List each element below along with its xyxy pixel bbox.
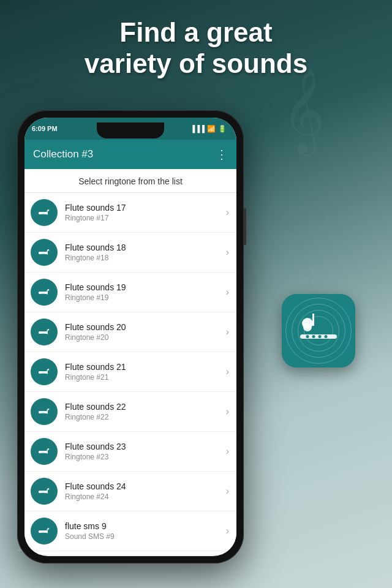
svg-rect-53 bbox=[47, 489, 48, 493]
ringtone-arrow-icon: › bbox=[226, 207, 229, 218]
app-bar: Collection #3 ⋮ bbox=[24, 140, 236, 169]
svg-point-51 bbox=[39, 491, 42, 493]
ringtone-name: Flute sounds 19 bbox=[65, 282, 226, 292]
ringtone-arrow-icon: › bbox=[226, 486, 229, 497]
svg-text:♥: ♥ bbox=[331, 390, 337, 400]
ringtone-list-item[interactable]: Flute sounds 21 Ringtone #21 › bbox=[24, 352, 236, 392]
svg-rect-33 bbox=[47, 330, 48, 334]
svg-point-34 bbox=[48, 329, 50, 331]
vinyl-circle-4 bbox=[304, 316, 333, 345]
ringtone-list-item[interactable]: Flute sounds 23 Ringtone #23 › bbox=[24, 432, 236, 472]
svg-point-31 bbox=[39, 331, 42, 334]
phone-notch bbox=[97, 123, 164, 138]
battery-icon: 🔋 bbox=[218, 125, 227, 133]
ringtone-list-item[interactable]: Flute sounds 24 Ringtone #24 › bbox=[24, 472, 236, 511]
svg-rect-38 bbox=[47, 369, 48, 374]
ringtone-text-block: Flute sounds 22 Ringtone #22 bbox=[65, 402, 226, 421]
ringtone-icon bbox=[31, 279, 58, 306]
ringtone-icon bbox=[31, 518, 58, 545]
ringtone-list-item[interactable]: Flute sounds 19 Ringtone #19 › bbox=[24, 273, 236, 312]
ringtone-list-item[interactable]: Flute sounds 22 Ringtone #22 › bbox=[24, 392, 236, 432]
ringtone-subtitle: Ringtone #23 bbox=[65, 453, 226, 461]
header-title: Find a great variety of sounds bbox=[24, 17, 368, 79]
app-icon bbox=[282, 294, 355, 368]
ringtone-icon bbox=[31, 398, 58, 425]
svg-point-41 bbox=[39, 411, 42, 413]
ringtone-name: Flute sounds 18 bbox=[65, 243, 226, 252]
ringtone-subtitle: Ringtone #18 bbox=[65, 254, 226, 262]
ringtone-subtitle: Ringtone #17 bbox=[65, 214, 226, 222]
ringtone-list-item[interactable]: flute sms 9 Sound SMS #9 › bbox=[24, 511, 236, 551]
ringtone-icon bbox=[31, 358, 58, 385]
svg-point-27 bbox=[45, 292, 47, 294]
ringtone-arrow-icon: › bbox=[226, 287, 229, 298]
svg-rect-58 bbox=[47, 529, 48, 533]
svg-point-49 bbox=[48, 448, 50, 450]
svg-point-21 bbox=[39, 252, 42, 254]
ringtone-arrow-icon: › bbox=[226, 406, 229, 417]
svg-point-56 bbox=[39, 530, 42, 533]
ringtone-name: Flute sounds 21 bbox=[65, 362, 226, 372]
svg-point-22 bbox=[45, 252, 47, 254]
ringtone-arrow-icon: › bbox=[226, 247, 229, 258]
svg-point-32 bbox=[45, 331, 47, 334]
ringtone-name: Flute sounds 22 bbox=[65, 402, 226, 412]
svg-text:♥: ♥ bbox=[306, 458, 311, 467]
svg-point-16 bbox=[39, 212, 42, 214]
svg-rect-28 bbox=[47, 290, 48, 294]
ringtone-text-block: Flute sounds 20 Ringtone #20 bbox=[65, 322, 226, 342]
ringtone-name: flute sms 9 bbox=[65, 521, 226, 531]
ringtone-arrow-icon: › bbox=[226, 366, 229, 377]
ringtone-icon bbox=[31, 239, 58, 266]
svg-point-57 bbox=[45, 530, 47, 533]
svg-point-52 bbox=[45, 491, 47, 493]
svg-point-46 bbox=[39, 451, 42, 453]
svg-point-36 bbox=[39, 371, 42, 374]
ringtone-icon bbox=[31, 438, 58, 465]
phone-mockup: 6:09 PM ▐▐▐ 📶 🔋 Collection #3 ⋮ Select r… bbox=[17, 110, 244, 564]
more-options-button[interactable]: ⋮ bbox=[216, 147, 228, 162]
ringtone-subtitle: Ringtone #20 bbox=[65, 333, 226, 342]
svg-text:♪: ♪ bbox=[263, 343, 277, 374]
app-bar-title: Collection #3 bbox=[33, 148, 93, 160]
ringtone-subtitle: Ringtone #21 bbox=[65, 373, 226, 382]
ringtone-text-block: Flute sounds 21 Ringtone #21 bbox=[65, 362, 226, 382]
ringtone-text-block: flute sms 9 Sound SMS #9 bbox=[65, 521, 226, 541]
svg-rect-48 bbox=[47, 449, 48, 453]
header-section: Find a great variety of sounds bbox=[0, 0, 392, 91]
svg-text:♫: ♫ bbox=[282, 227, 295, 246]
status-time: 6:09 PM bbox=[32, 125, 58, 132]
ringtone-text-block: Flute sounds 24 Ringtone #24 bbox=[65, 481, 226, 501]
wifi-icon: 📶 bbox=[207, 125, 216, 133]
svg-rect-43 bbox=[47, 409, 48, 413]
ringtone-name: Flute sounds 23 bbox=[65, 442, 226, 451]
svg-text:♪: ♪ bbox=[318, 205, 334, 239]
ringtone-name: Flute sounds 20 bbox=[65, 322, 226, 332]
ringtone-text-block: Flute sounds 17 Ringtone #17 bbox=[65, 203, 226, 222]
ringtone-arrow-icon: › bbox=[226, 326, 229, 337]
svg-point-59 bbox=[48, 528, 50, 530]
svg-point-29 bbox=[48, 289, 50, 291]
ringtone-list-item[interactable]: Flute sounds 20 Ringtone #20 › bbox=[24, 312, 236, 352]
ringtone-list-item[interactable]: Flute sounds 18 Ringtone #18 › bbox=[24, 233, 236, 273]
svg-point-24 bbox=[48, 249, 50, 251]
ringtone-subtitle: Ringtone #24 bbox=[65, 492, 226, 501]
list-heading: Select ringtone from the list bbox=[24, 169, 236, 193]
svg-text:♪: ♪ bbox=[312, 227, 319, 242]
svg-point-44 bbox=[48, 409, 50, 410]
ringtone-text-block: Flute sounds 19 Ringtone #19 bbox=[65, 282, 226, 302]
svg-text:♫: ♫ bbox=[300, 260, 318, 287]
ringtone-list-item[interactable]: Flute sounds 17 Ringtone #17 › bbox=[24, 193, 236, 233]
svg-point-42 bbox=[45, 411, 47, 413]
app-icon-wrapper bbox=[282, 294, 355, 368]
signal-icon: ▐▐▐ bbox=[190, 125, 205, 132]
ringtone-name: Flute sounds 17 bbox=[65, 203, 226, 213]
svg-text:♥: ♥ bbox=[291, 418, 298, 431]
phone-power-button bbox=[244, 208, 246, 245]
ringtone-text-block: Flute sounds 18 Ringtone #18 bbox=[65, 243, 226, 262]
ringtone-subtitle: Ringtone #22 bbox=[65, 413, 226, 421]
ringtone-name: Flute sounds 24 bbox=[65, 481, 226, 491]
ringtone-list: Flute sounds 17 Ringtone #17 › Flute sou… bbox=[24, 193, 236, 554]
ringtone-arrow-icon: › bbox=[226, 526, 229, 537]
svg-point-17 bbox=[45, 212, 47, 214]
